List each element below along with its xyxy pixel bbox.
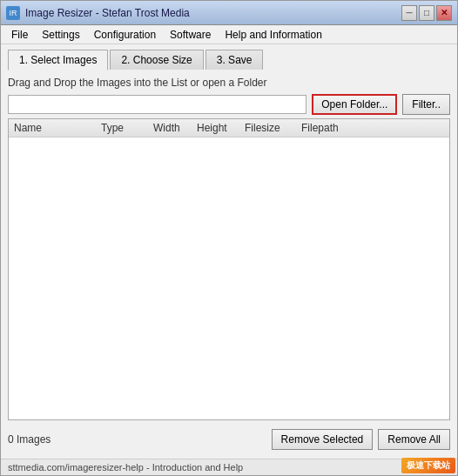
file-list-body[interactable] [9,137,449,419]
title-bar: IR Image Resizer - Stefan Trost Media ─ … [1,1,457,25]
file-list-container: Name Type Width Height Filesize Filepath [8,118,450,420]
minimize-button[interactable]: ─ [401,5,417,21]
instruction-text: Drag and Drop the Images into the List o… [8,77,450,89]
col-header-filepath: Filepath [296,122,449,134]
search-input[interactable] [8,95,306,114]
bottom-bar: 0 Images Remove Selected Remove All [8,426,450,453]
col-header-type: Type [96,122,148,134]
menu-software[interactable]: Software [163,27,218,43]
tab-bar: 1. Select Images 2. Choose Size 3. Save [8,50,450,70]
bottom-buttons: Remove Selected Remove All [272,429,450,450]
col-header-height: Height [192,122,239,134]
col-header-filesize: Filesize [239,122,296,134]
menu-help[interactable]: Help and Information [218,27,328,43]
watermark: 极速下载站 [401,458,455,473]
toolbar-row: Open Folder... Filter.. [8,94,450,115]
window-controls: ─ □ ✕ [401,5,452,21]
window-title: Image Resizer - Stefan Trost Media [25,7,190,19]
open-folder-button[interactable]: Open Folder... [312,94,397,115]
remove-selected-button[interactable]: Remove Selected [272,429,374,450]
tab-save[interactable]: 3. Save [205,50,264,70]
image-count: 0 Images [8,433,51,446]
col-header-width: Width [148,122,192,134]
file-list-header: Name Type Width Height Filesize Filepath [9,119,449,137]
app-icon: IR [6,6,20,20]
menu-bar: File Settings Configuration Software Hel… [1,25,457,44]
main-content: 1. Select Images 2. Choose Size 3. Save … [1,44,457,459]
tab-select-images[interactable]: 1. Select Images [8,50,108,70]
menu-settings[interactable]: Settings [35,27,86,43]
menu-file[interactable]: File [4,27,35,43]
tab-choose-size[interactable]: 2. Choose Size [110,50,203,70]
filter-button[interactable]: Filter.. [402,94,450,115]
close-button[interactable]: ✕ [436,5,452,21]
menu-configuration[interactable]: Configuration [87,27,163,43]
remove-all-button[interactable]: Remove All [378,429,450,450]
maximize-button[interactable]: □ [419,5,434,21]
status-bar: sttmedia.com/imageresizer-help - Introdu… [1,459,457,475]
col-header-name: Name [9,122,96,134]
status-text: sttmedia.com/imageresizer-help - Introdu… [8,462,243,473]
